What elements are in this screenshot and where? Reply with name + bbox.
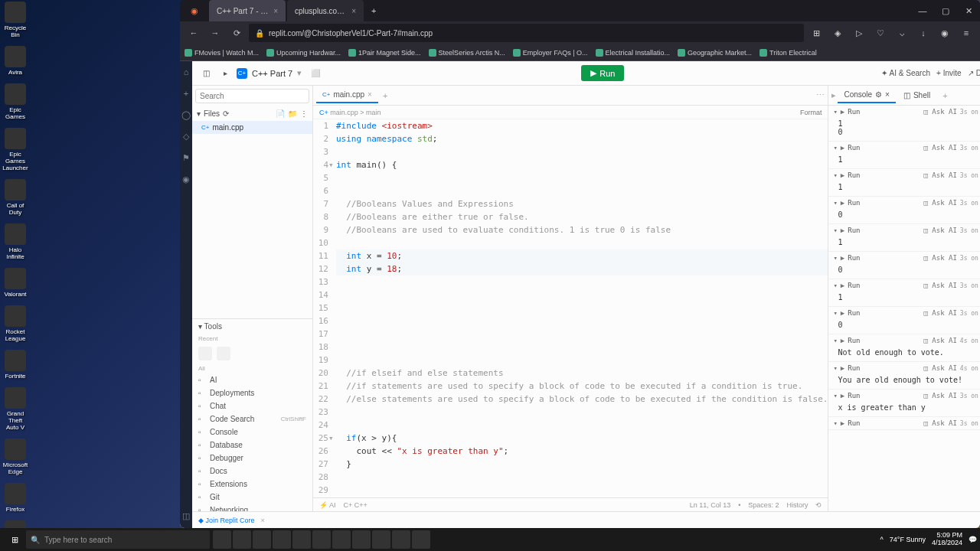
ask-ai-button[interactable]: ◫ Ask AI	[923, 199, 956, 207]
browser-tab[interactable]: C++ Part 7 - Repl×	[209, 0, 286, 21]
close-icon[interactable]: ×	[351, 7, 356, 15]
taskbar-app[interactable]	[372, 530, 390, 549]
ai-search-button[interactable]: ✦ AI & Search	[881, 69, 930, 77]
teams-icon[interactable]: ⚑	[180, 152, 192, 164]
file-main-cpp[interactable]: C+main.cpp	[192, 121, 312, 134]
close-icon[interactable]: ×	[273, 7, 278, 15]
tab-more-icon[interactable]: ⋯	[816, 90, 825, 100]
bookmark[interactable]: Geographic Market...	[678, 49, 752, 57]
taskbar-app[interactable]	[352, 530, 371, 549]
menu-icon[interactable]: ≡	[957, 24, 975, 42]
chevron-down-icon[interactable]: ▾	[833, 392, 837, 399]
chevron-down-icon[interactable]: ▾	[833, 309, 837, 317]
chevron-down-icon[interactable]: ▾	[833, 108, 837, 116]
chevron-down-icon[interactable]: ▾	[197, 109, 201, 118]
tool-database[interactable]: ▫Database	[192, 439, 312, 452]
chevron-down-icon[interactable]: ▾	[833, 419, 837, 427]
format-button[interactable]: Format	[800, 109, 822, 116]
desktop-icon[interactable]: Recycle Bin	[2, 2, 29, 38]
console-prev-icon[interactable]: ▸	[831, 90, 836, 100]
repl-title[interactable]: C++ Part 7	[252, 69, 292, 78]
account-icon[interactable]: ◉	[936, 24, 954, 42]
settings-icon[interactable]: ⚙	[875, 90, 882, 99]
play-icon[interactable]: ▷	[850, 24, 868, 42]
extensions-icon[interactable]: ⊞	[807, 24, 825, 42]
heart-icon[interactable]: ♡	[871, 24, 890, 42]
sidebar-toggle[interactable]: ▸	[219, 67, 232, 80]
chevron-down-icon[interactable]: ▾	[833, 364, 837, 372]
chevron-down-icon[interactable]: ▾	[833, 337, 837, 344]
tray-hidden-icon[interactable]: ^	[880, 536, 884, 543]
desktop-icon[interactable]: Epic Games Launcher	[2, 128, 29, 171]
editor-tab-main[interactable]: C+main.cpp×	[316, 87, 378, 103]
ask-ai-button[interactable]: ◫ Ask AI	[923, 254, 956, 262]
bookmark[interactable]: FMovies | Watch M...	[185, 49, 259, 57]
new-tab-button[interactable]: +	[378, 91, 392, 100]
desktop-icon[interactable]: Call of Duty	[2, 179, 29, 216]
desktop-icon[interactable]: Microsoft Edge	[2, 439, 29, 475]
desktop-icon[interactable]: Fortnite	[2, 350, 29, 380]
run-button[interactable]: ▶ Run	[581, 65, 624, 81]
spaces-indicator[interactable]: Spaces: 2	[748, 501, 779, 509]
tab-console[interactable]: Console ⚙ ×	[838, 87, 896, 103]
close-icon[interactable]: ×	[368, 90, 372, 99]
ask-ai-button[interactable]: ◫ Ask AI	[923, 108, 956, 116]
desktop-icon[interactable]: Avira	[2, 46, 29, 76]
chevron-down-icon[interactable]: ▾	[297, 68, 302, 78]
taskbar-search[interactable]: 🔍Type here to search	[26, 530, 210, 549]
ask-ai-button[interactable]: ◫ Ask AI	[923, 337, 956, 344]
history-button[interactable]: History	[786, 501, 808, 509]
tool-debugger[interactable]: ▫Debugger	[192, 452, 312, 465]
recent-tool-2[interactable]	[217, 347, 230, 360]
sync-icon[interactable]: ⟳	[223, 109, 229, 118]
taskbar-app[interactable]	[292, 530, 311, 549]
taskbar-app[interactable]	[213, 530, 231, 549]
tool-networking[interactable]: ▫Networking	[192, 504, 312, 511]
bookmark[interactable]: Upcoming Hardwar...	[266, 49, 341, 57]
desktop-icon[interactable]: Firefox	[2, 483, 29, 513]
taskbar-app[interactable]	[312, 530, 331, 549]
ask-ai-button[interactable]: ◫ Ask AI	[923, 392, 956, 399]
code-editor[interactable]: 1#include <iostream>2using namespace std…	[313, 119, 828, 497]
ask-ai-button[interactable]: ◫ Ask AI	[923, 309, 956, 317]
bookmark[interactable]: Electrical Installatio...	[596, 49, 671, 57]
tool-console[interactable]: ▫Console	[192, 425, 312, 439]
tool-extensions[interactable]: ▫Extensions	[192, 478, 312, 491]
taskbar-app[interactable]	[273, 530, 291, 549]
back-button[interactable]: ←	[185, 24, 203, 42]
chevron-down-icon[interactable]: ▾	[833, 199, 837, 207]
chevron-down-icon[interactable]: ▾	[833, 282, 837, 289]
join-replit-core[interactable]: ◆ Join Replit Core	[198, 517, 255, 524]
new-tab-button[interactable]: +	[938, 91, 952, 100]
desktop-icon[interactable]: Valorant	[2, 268, 29, 298]
ask-ai-button[interactable]: ◫ Ask AI	[923, 282, 956, 289]
desktop-icon[interactable]: Rocket League	[2, 305, 29, 342]
taskbar-app[interactable]	[332, 530, 351, 549]
ask-ai-button[interactable]: ◫ Ask AI	[923, 227, 956, 234]
bookmark[interactable]: 1Pair Magnet Side...	[348, 49, 421, 57]
browser-tab[interactable]: cplusplus.com/reference/i×	[287, 0, 364, 21]
bookmark[interactable]: Triton Electrical	[760, 49, 817, 57]
deploy-button[interactable]: ↗ Deploy	[968, 69, 980, 77]
more-icon[interactable]: ⋮	[300, 109, 308, 118]
bookmark[interactable]: Employer FAQs | O...	[513, 49, 588, 57]
desktop-icon[interactable]: Grand Theft Auto V	[2, 387, 29, 431]
tool-chat[interactable]: ▫Chat	[192, 399, 312, 412]
chevron-down-icon[interactable]: ▾	[833, 171, 837, 179]
start-button[interactable]: ⊞	[3, 535, 26, 545]
tool-deployments[interactable]: ▫Deployments	[192, 386, 312, 399]
learn-icon[interactable]: ◉	[180, 173, 192, 185]
ask-ai-button[interactable]: ◫ Ask AI	[923, 171, 956, 179]
ask-ai-button[interactable]: ◫ Ask AI	[923, 144, 956, 152]
recent-tool-1[interactable]	[198, 347, 212, 360]
bounty-icon[interactable]: ◇	[180, 130, 192, 142]
lang-indicator[interactable]: C+ C++	[344, 501, 368, 509]
history-icon[interactable]: ⟲	[815, 501, 822, 509]
docs-icon[interactable]: ◫	[180, 510, 192, 522]
clock[interactable]: 5:09 PM 4/18/2024	[932, 532, 962, 547]
taskbar-app[interactable]	[253, 530, 271, 549]
window-close-button[interactable]: ✕	[957, 0, 980, 21]
globe-icon[interactable]: ◯	[180, 109, 192, 121]
taskbar-app[interactable]	[233, 530, 251, 549]
new-tab-button[interactable]: +	[365, 0, 382, 21]
